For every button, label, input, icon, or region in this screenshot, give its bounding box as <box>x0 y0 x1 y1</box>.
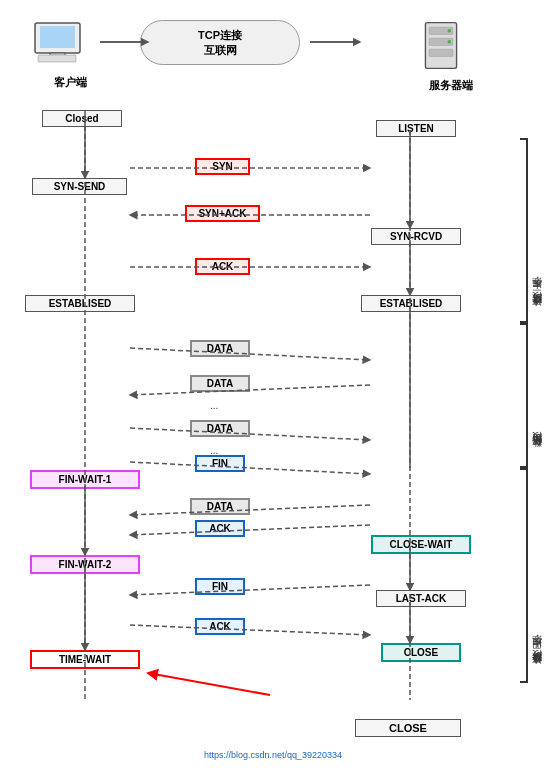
svg-line-20 <box>130 385 370 395</box>
internet-label: 互联网 <box>204 43 237 58</box>
server-label: 服务器端 <box>411 78 491 93</box>
teardown-bracket <box>520 468 528 683</box>
handshake-bracket <box>520 138 528 323</box>
ack3-msg: ACK <box>195 618 245 635</box>
fin2-msg: FIN <box>195 578 245 595</box>
tcp-label: TCP连接 <box>198 28 242 43</box>
data-label: 数据传输阶段 <box>530 335 544 455</box>
url-label: https://blog.csdn.net/qq_39220334 <box>204 750 342 760</box>
syn-msg: SYN <box>195 158 250 175</box>
data5-msg: DATA <box>190 498 250 515</box>
svg-line-24 <box>130 525 370 535</box>
established-client-state: ESTABLISED <box>25 295 135 312</box>
svg-line-23 <box>130 505 370 515</box>
data-bracket <box>520 323 528 468</box>
client-icon <box>30 18 90 68</box>
svg-line-31 <box>148 673 270 695</box>
teardown-label: 连接释放阶段：四次握手 <box>530 478 544 673</box>
svg-line-21 <box>130 428 370 440</box>
data1-msg: DATA <box>190 340 250 357</box>
svg-line-25 <box>130 585 370 595</box>
cloud-shape: TCP连接 互联网 <box>140 20 300 65</box>
svg-rect-8 <box>429 49 453 56</box>
close-server-state: CLOSE <box>381 643 461 662</box>
svg-point-9 <box>447 29 451 33</box>
listen-state: LISTEN <box>376 120 456 137</box>
client-label: 客户端 <box>30 75 110 90</box>
last-ack-state: LAST-ACK <box>376 590 466 607</box>
dots1: ... <box>210 400 218 411</box>
svg-line-19 <box>130 348 370 360</box>
svg-line-22 <box>130 462 370 474</box>
close-wait-state: CLOSE-WAIT <box>371 535 471 554</box>
closed-client-state: Closed <box>42 110 122 127</box>
data2-msg: DATA <box>190 375 250 392</box>
fin-msg: FIN <box>195 455 245 472</box>
svg-point-10 <box>447 40 451 44</box>
ack-msg: ACK <box>195 258 250 275</box>
handshake-label: 连接建立阶段：三次握手 <box>530 145 544 315</box>
time-wait-state: TIME-WAIT <box>30 650 140 669</box>
svg-rect-1 <box>40 26 75 48</box>
data3-msg: DATA <box>190 420 250 437</box>
svg-rect-4 <box>38 55 76 62</box>
server-icon <box>416 18 466 73</box>
ack2-msg: ACK <box>195 520 245 537</box>
svg-line-26 <box>130 625 370 635</box>
fin-wait-1-state: FIN-WAIT-1 <box>30 470 140 489</box>
established-server-state: ESTABLISED <box>361 295 461 312</box>
fin-wait-2-state: FIN-WAIT-2 <box>30 555 140 574</box>
syn-send-state: SYN-SEND <box>32 178 127 195</box>
syn-ack-msg: SYN+ACK <box>185 205 260 222</box>
tcp-diagram: TCP连接 互联网 客户端 服务器端 Closed SYN-SEND ESTAB… <box>0 0 546 768</box>
close-button[interactable]: CLOSE <box>355 719 461 737</box>
syn-rcvd-state: SYN-RCVD <box>371 228 461 245</box>
